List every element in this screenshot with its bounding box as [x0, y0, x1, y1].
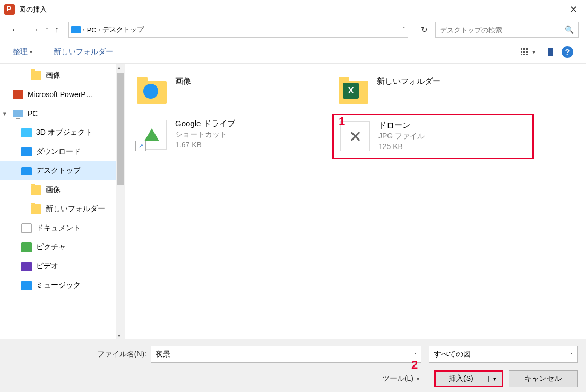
scrollbar-thumb[interactable]: [117, 73, 124, 185]
file-info: ドローンJPG ファイル125 KB: [378, 119, 425, 151]
sidebar-item-ピクチャ[interactable]: ピクチャ: [0, 238, 125, 257]
sidebar-item-3D オブジェクト[interactable]: 3D オブジェクト: [0, 123, 125, 142]
chevron-right-icon: ›: [83, 27, 85, 33]
chevron-down-icon[interactable]: ˅: [402, 26, 406, 33]
organize-menu[interactable]: 整理▾: [13, 47, 32, 57]
caret-icon[interactable]: ▾: [3, 110, 6, 117]
pc-icon: [13, 110, 23, 117]
new-folder-button[interactable]: 新しいフォルダー: [54, 47, 113, 57]
search-icon[interactable]: 🔍: [565, 25, 574, 34]
scrollbar[interactable]: [116, 64, 125, 339]
file-info: Google ドライブショートカット1.67 KB: [175, 118, 235, 149]
folder-tree: 画像Microsoft PowerP…▾PC3D オブジェクトダウンロードデスク…: [0, 64, 125, 297]
file-type: ショートカット: [175, 130, 235, 140]
sidebar-item-ダウンロード[interactable]: ダウンロード: [0, 142, 125, 161]
filetype-select[interactable]: すべての図 ˅: [429, 346, 578, 363]
cube-icon: [21, 128, 32, 137]
file-name: ドローン: [378, 120, 425, 130]
view-options[interactable]: ▾: [521, 48, 535, 56]
sidebar-item-label: 新しいフォルダー: [46, 204, 105, 214]
search-input[interactable]: [440, 26, 565, 34]
dl-icon: [21, 147, 32, 156]
folder-icon: [31, 185, 41, 195]
callout-2: 2: [411, 358, 418, 372]
insert-dropdown[interactable]: ▾: [488, 376, 496, 382]
sidebar-item-Microsoft PowerP…[interactable]: Microsoft PowerP…: [0, 85, 125, 104]
sidebar-item-label: ミュージック: [36, 281, 81, 290]
tools-menu[interactable]: ツール(L)▾: [382, 374, 419, 384]
history-dropdown[interactable]: ˅: [46, 27, 48, 33]
file-size: 125 KB: [378, 142, 425, 151]
up-button[interactable]: ↑: [51, 23, 62, 37]
file-item[interactable]: 画像: [131, 71, 332, 114]
filename-input[interactable]: 夜景 ˅: [151, 346, 421, 363]
filename-label: ファイル名(N):: [8, 350, 146, 359]
body-area: 画像Microsoft PowerP…▾PC3D オブジェクトダウンロードデスク…: [0, 64, 586, 339]
insert-button[interactable]: 挿入(S) ▾: [434, 370, 503, 387]
pic-icon: [21, 242, 32, 252]
chevron-down-icon[interactable]: ˅: [414, 352, 417, 358]
sidebar-item-画像[interactable]: 画像: [0, 180, 125, 199]
sidebar-item-label: PC: [28, 109, 38, 118]
titlebar: 図の挿入 ✕: [0, 0, 586, 19]
file-item[interactable]: ✕ドローンJPG ファイル125 KB: [332, 114, 534, 159]
search-box[interactable]: 🔍: [435, 22, 579, 38]
folder-icon: [31, 71, 41, 80]
file-name: 画像: [175, 76, 191, 86]
sidebar-item-ミュージック[interactable]: ミュージック: [0, 276, 125, 295]
vid-icon: [21, 262, 32, 271]
breadcrumb-pc[interactable]: PC: [87, 26, 97, 34]
sidebar-item-ドキュメント[interactable]: ドキュメント: [0, 219, 125, 238]
file-info: 新しいフォルダー: [377, 75, 441, 86]
chevron-down-icon[interactable]: ˅: [570, 352, 573, 358]
sidebar-item-画像[interactable]: 画像: [0, 66, 125, 85]
sidebar-item-デスクトップ[interactable]: デスクトップ: [0, 161, 125, 180]
sidebar-item-label: 画像: [46, 71, 61, 80]
preview-pane-icon[interactable]: [544, 48, 553, 56]
file-list[interactable]: 画像新しいフォルダーGoogle ドライブショートカット1.67 KB✕ドローン…: [125, 64, 586, 339]
file-thumbnail: [135, 118, 169, 152]
sidebar-item-label: ドキュメント: [36, 223, 81, 233]
view-icon: [521, 48, 530, 56]
bottom-panel: ファイル名(N): 夜景 ˅ すべての図 ˅ ツール(L)▾ 挿入(S) ▾ キ…: [0, 339, 586, 392]
chevron-right-icon: ›: [99, 27, 101, 33]
breadcrumb-desktop[interactable]: デスクトップ: [102, 25, 144, 34]
music-icon: [21, 281, 32, 290]
folder-icon: [31, 204, 41, 214]
file-name: Google ドライブ: [175, 119, 235, 129]
sidebar-item-label: 画像: [46, 185, 61, 195]
sidebar-item-label: デスクトップ: [36, 166, 81, 176]
refresh-button[interactable]: ↻: [417, 23, 432, 37]
file-info: 画像: [175, 75, 191, 86]
toolbar: 整理▾ 新しいフォルダー ▾ ?: [0, 40, 586, 64]
sidebar-item-PC[interactable]: ▾PC: [0, 104, 125, 123]
sidebar-item-label: ビデオ: [36, 262, 58, 271]
file-size: 1.67 KB: [175, 141, 235, 149]
callout-1: 1: [339, 115, 345, 128]
navigation-bar: ← → ˅ ↑ › PC › デスクトップ ˅ ↻ 🔍: [0, 19, 586, 40]
sidebar-item-label: ダウンロード: [36, 147, 81, 156]
cancel-button[interactable]: キャンセル: [509, 370, 578, 387]
file-item[interactable]: 新しいフォルダー: [332, 71, 534, 114]
file-thumbnail: [135, 75, 169, 109]
app-icon: [13, 90, 23, 99]
file-thumbnail: [337, 75, 370, 109]
back-button[interactable]: ←: [7, 22, 23, 38]
powerpoint-icon: [4, 4, 15, 15]
desktop-icon: [21, 167, 32, 175]
file-item[interactable]: Google ドライブショートカット1.67 KB: [131, 114, 332, 159]
sidebar-item-label: ピクチャ: [36, 242, 66, 252]
file-type: JPG ファイル: [378, 132, 425, 141]
dialog-title: 図の挿入: [19, 5, 47, 14]
sidebar-item-label: Microsoft PowerP…: [28, 90, 93, 99]
sidebar: 画像Microsoft PowerP…▾PC3D オブジェクトダウンロードデスク…: [0, 64, 125, 339]
sidebar-item-新しいフォルダー[interactable]: 新しいフォルダー: [0, 199, 125, 219]
help-icon[interactable]: ?: [562, 46, 573, 58]
doc-icon: [21, 223, 32, 233]
sidebar-item-ビデオ[interactable]: ビデオ: [0, 257, 125, 276]
sidebar-item-label: 3D オブジェクト: [36, 128, 92, 137]
file-name: 新しいフォルダー: [377, 76, 441, 86]
breadcrumb[interactable]: › PC › デスクトップ ˅: [68, 22, 408, 38]
close-icon[interactable]: ✕: [565, 4, 582, 15]
forward-button[interactable]: →: [27, 22, 42, 38]
